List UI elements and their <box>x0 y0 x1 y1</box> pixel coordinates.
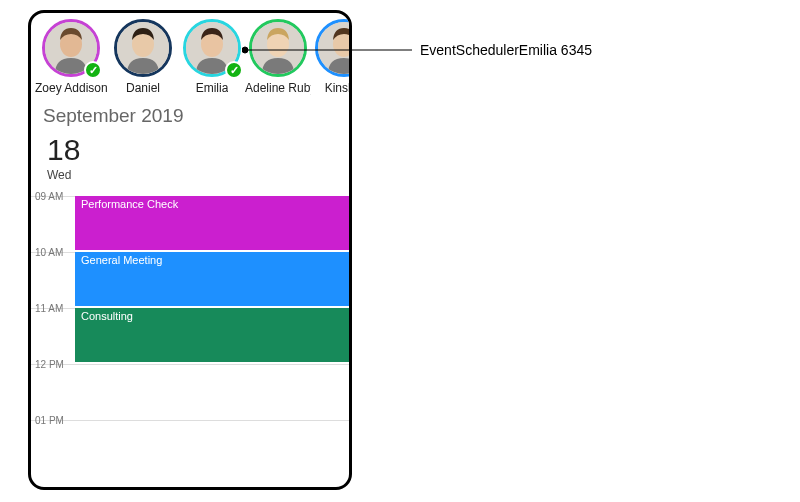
time-gridline <box>31 364 349 365</box>
avatar-name: Zoey Addison <box>35 81 107 95</box>
timeline[interactable]: 09 AM10 AM11 AM12 PM01 PMPerformance Che… <box>31 188 349 442</box>
avatar[interactable]: ✓ <box>183 19 241 77</box>
resource-avatar[interactable]: Daniel <box>107 19 179 95</box>
device-frame: ✓Zoey AddisonDaniel✓EmiliaAdeline RubyKi… <box>28 10 352 490</box>
time-label: 11 AM <box>35 303 63 314</box>
calendar-event[interactable]: General Meeting <box>75 252 349 306</box>
callout-label: EventSchedulerEmilia 6345 <box>420 42 592 58</box>
avatar-name: Emilia <box>196 81 229 95</box>
time-label: 12 PM <box>35 359 64 370</box>
time-label: 10 AM <box>35 247 63 258</box>
calendar-event[interactable]: Performance Check <box>75 196 349 250</box>
avatar-name: Daniel <box>126 81 160 95</box>
check-icon: ✓ <box>84 61 102 79</box>
resource-avatar[interactable]: ✓Emilia <box>179 19 245 95</box>
avatar[interactable]: ✓ <box>42 19 100 77</box>
avatar-name: Kinsley <box>325 81 349 95</box>
time-gridline <box>31 420 349 421</box>
time-label: 01 PM <box>35 415 64 426</box>
resource-avatar[interactable]: ✓Zoey Addison <box>35 19 107 95</box>
time-label: 09 AM <box>35 191 63 202</box>
callout-pointer <box>242 40 412 60</box>
day-name: Wed <box>47 168 349 182</box>
check-icon: ✓ <box>225 61 243 79</box>
day-header: 18 Wed <box>31 127 349 182</box>
avatar[interactable] <box>114 19 172 77</box>
avatar-name: Adeline Ruby <box>245 81 311 95</box>
month-label: September 2019 <box>31 95 349 127</box>
day-number: 18 <box>47 133 349 166</box>
calendar-event[interactable]: Consulting <box>75 308 349 362</box>
avatar-ring <box>114 19 172 77</box>
